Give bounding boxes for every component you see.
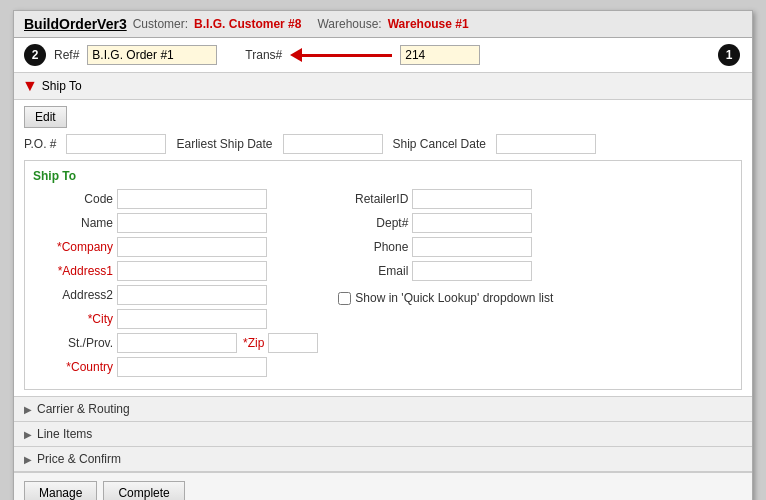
ship-to-right: RetailerID Dept# Phone Email [338,189,553,381]
retailerid-label: RetailerID [338,192,408,206]
edit-button[interactable]: Edit [24,106,67,128]
header-bar: BuildOrderVer3 Customer: B.I.G. Customer… [14,11,752,38]
name-label: Name [33,216,113,230]
po-input[interactable] [66,134,166,154]
warehouse-label: Warehouse: [317,17,381,31]
carrier-routing-section[interactable]: ▶ Carrier & Routing [14,397,752,422]
app-title: BuildOrderVer3 [24,16,127,32]
trans-input[interactable] [400,45,480,65]
arrowhead-icon [290,48,302,62]
zip-input[interactable] [268,333,318,353]
carrier-routing-title: Carrier & Routing [37,402,130,416]
trans-label: Trans# [245,48,282,62]
email-input[interactable] [412,261,532,281]
ship-to-content: Edit P.O. # Earliest Ship Date Ship Canc… [14,100,752,397]
address2-input[interactable] [117,285,267,305]
earliest-ship-date-label: Earliest Ship Date [176,137,272,151]
zip-label: *Zip [243,336,264,350]
ship-to-inner-label: Ship To [33,169,318,183]
company-row: Company [33,237,318,257]
ship-to-box: Ship To Code Name Company Ad [24,160,742,390]
ref-trans-row: 2 Ref# Trans# 1 [14,38,752,72]
ship-to-section-title: Ship To [42,79,82,93]
customer-value: B.I.G. Customer #8 [194,17,301,31]
name-row: Name [33,213,318,233]
ref-input[interactable] [87,45,217,65]
quick-lookup-row: Show in 'Quick Lookup' dropdown list [338,291,553,305]
badge-2: 2 [24,44,46,66]
arrow-line [302,54,392,57]
phone-label: Phone [338,240,408,254]
dept-row: Dept# [338,213,553,233]
ship-to-section-arrow-down: ▼ [22,77,38,95]
retailerid-input[interactable] [412,189,532,209]
warehouse-value: Warehouse #1 [388,17,469,31]
address1-row: Address1 [33,261,318,281]
arrow-container [290,48,392,62]
country-row: Country [33,357,318,377]
company-label: Company [33,240,113,254]
main-container: BuildOrderVer3 Customer: B.I.G. Customer… [13,10,753,500]
dept-label: Dept# [338,216,408,230]
price-confirm-arrow: ▶ [24,454,32,465]
earliest-ship-date-input[interactable] [283,134,383,154]
stprov-zip-row: St./Prov. *Zip [33,333,318,353]
code-row: Code [33,189,318,209]
quick-lookup-checkbox[interactable] [338,292,351,305]
city-label: City [33,312,113,326]
po-label: P.O. # [24,137,56,151]
customer-label: Customer: [133,17,188,31]
address1-input[interactable] [117,261,267,281]
price-confirm-section[interactable]: ▶ Price & Confirm [14,447,752,472]
phone-row: Phone [338,237,553,257]
address2-row: Address2 [33,285,318,305]
retailerid-row: RetailerID [338,189,553,209]
price-confirm-title: Price & Confirm [37,452,121,466]
dept-input[interactable] [412,213,532,233]
carrier-routing-arrow: ▶ [24,404,32,415]
ship-to-section-header[interactable]: ▼ Ship To [14,72,752,100]
ship-cancel-date-label: Ship Cancel Date [393,137,486,151]
line-items-arrow: ▶ [24,429,32,440]
complete-button[interactable]: Complete [103,481,184,500]
badge-1: 1 [718,44,740,66]
country-input[interactable] [117,357,267,377]
po-row: P.O. # Earliest Ship Date Ship Cancel Da… [24,134,742,154]
address1-label: Address1 [33,264,113,278]
code-input[interactable] [117,189,267,209]
ship-cancel-date-input[interactable] [496,134,596,154]
manage-button[interactable]: Manage [24,481,97,500]
code-label: Code [33,192,113,206]
country-label: Country [33,360,113,374]
line-items-section[interactable]: ▶ Line Items [14,422,752,447]
address2-label: Address2 [33,288,113,302]
city-input[interactable] [117,309,267,329]
line-items-title: Line Items [37,427,92,441]
stprov-input[interactable] [117,333,237,353]
ref-label: Ref# [54,48,79,62]
company-input[interactable] [117,237,267,257]
city-row: City [33,309,318,329]
stprov-label: St./Prov. [33,336,113,350]
ship-to-left: Ship To Code Name Company Ad [33,169,318,381]
email-label: Email [338,264,408,278]
quick-lookup-label: Show in 'Quick Lookup' dropdown list [355,291,553,305]
name-input[interactable] [117,213,267,233]
phone-input[interactable] [412,237,532,257]
footer-bar: Manage Complete [14,472,752,500]
email-row: Email [338,261,553,281]
